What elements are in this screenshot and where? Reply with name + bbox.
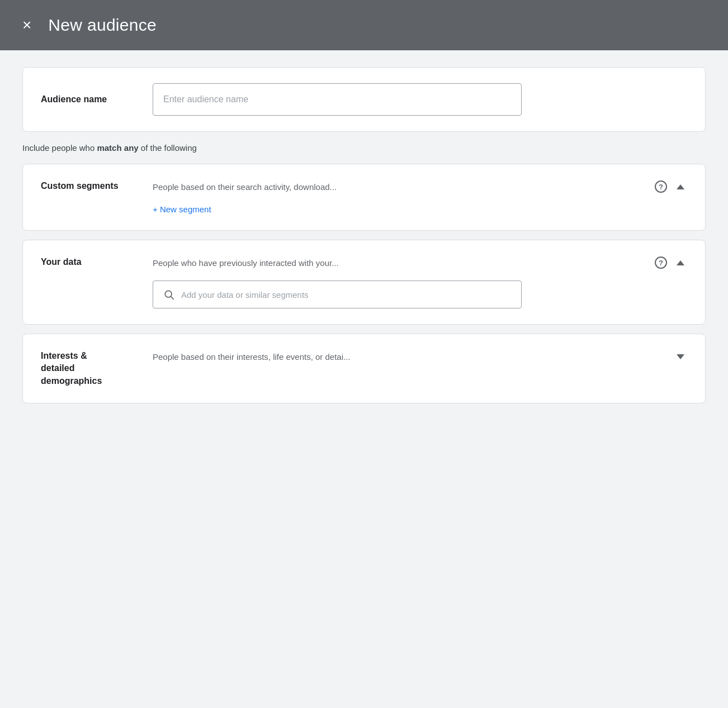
- search-icon: [163, 289, 174, 300]
- custom-segments-label: Custom segments: [41, 180, 130, 191]
- your-data-chevron-icon[interactable]: [674, 256, 687, 269]
- dialog-header: × New audience: [0, 0, 728, 50]
- chevron-down-icon: [677, 354, 684, 359]
- custom-segments-card: Custom segments People based on their se…: [22, 164, 706, 231]
- interests-chevron-icon[interactable]: [674, 350, 687, 363]
- audience-name-label: Audience name: [41, 94, 130, 104]
- custom-segments-help-icon[interactable]: ?: [655, 180, 667, 193]
- custom-segments-description: People based on their search activity, d…: [153, 182, 648, 192]
- interests-description: People based on their interests, life ev…: [153, 352, 667, 362]
- close-button[interactable]: ×: [22, 17, 31, 33]
- interests-description-row: People based on their interests, life ev…: [153, 350, 687, 363]
- your-data-label: Your data: [41, 256, 130, 267]
- chevron-up-icon-2: [677, 260, 684, 265]
- your-data-content: People who have previously interacted wi…: [153, 256, 687, 308]
- audience-name-card: Audience name: [22, 67, 706, 132]
- custom-segments-description-row: People based on their search activity, d…: [153, 180, 687, 193]
- chevron-up-icon: [677, 184, 684, 189]
- your-data-description-row: People who have previously interacted wi…: [153, 256, 687, 269]
- your-data-card: Your data People who have previously int…: [22, 240, 706, 325]
- your-data-search-input[interactable]: [181, 290, 511, 300]
- custom-segments-content: People based on their search activity, d…: [153, 180, 687, 215]
- svg-line-1: [171, 297, 174, 300]
- custom-segments-chevron-icon[interactable]: [674, 180, 687, 193]
- match-bold: match any: [97, 143, 138, 153]
- dialog-title: New audience: [48, 16, 157, 35]
- interests-content: People based on their interests, life ev…: [153, 350, 687, 374]
- audience-name-input[interactable]: [153, 83, 522, 116]
- your-data-description: People who have previously interacted wi…: [153, 258, 648, 268]
- match-description: Include people who match any of the foll…: [22, 141, 706, 155]
- main-content: Audience name Include people who match a…: [0, 50, 728, 429]
- new-segment-link[interactable]: + New segment: [153, 205, 211, 214]
- your-data-help-icon[interactable]: ?: [655, 256, 667, 269]
- your-data-row: Your data People who have previously int…: [41, 256, 687, 308]
- match-prefix: Include people who: [22, 143, 97, 153]
- interests-label: Interests &detaileddemographics: [41, 350, 130, 387]
- custom-segments-row: Custom segments People based on their se…: [41, 180, 687, 215]
- match-suffix: of the following: [139, 143, 197, 153]
- your-data-search-wrapper: [153, 281, 522, 308]
- interests-card: Interests &detaileddemographics People b…: [22, 334, 706, 403]
- interests-row: Interests &detaileddemographics People b…: [41, 350, 687, 387]
